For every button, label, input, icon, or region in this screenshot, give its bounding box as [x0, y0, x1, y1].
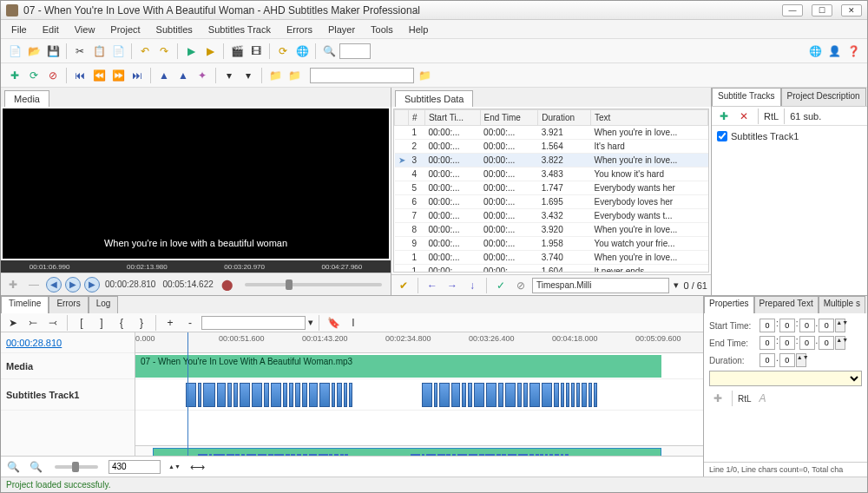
brace-r-icon[interactable]: }: [133, 314, 150, 332]
menu-errors[interactable]: Errors: [279, 22, 319, 37]
cursor-icon[interactable]: I: [345, 314, 362, 332]
bracket-l-icon[interactable]: [: [73, 314, 90, 332]
del-track-icon[interactable]: ✕: [735, 108, 753, 125]
volume-slider[interactable]: [245, 283, 382, 286]
zoom-slider[interactable]: [55, 465, 98, 469]
table-row[interactable]: 600:00:...00:00:...1.695Everybody loves …: [395, 195, 708, 209]
table-row[interactable]: 100:00:...00:00:...3.740When you're in l…: [395, 251, 708, 265]
format-combo[interactable]: Timespan.Milli: [532, 278, 669, 293]
combo1-icon[interactable]: ▾: [220, 67, 238, 84]
cut-icon[interactable]: ✂: [71, 43, 89, 60]
subtitle-block[interactable]: [462, 383, 466, 407]
tag-icon[interactable]: 🔖: [325, 314, 342, 332]
nav-next-icon[interactable]: →: [444, 277, 461, 294]
prev-fast-icon[interactable]: ⏮: [71, 67, 89, 84]
subtitle-block[interactable]: [289, 383, 293, 407]
prev-sub-button[interactable]: ◀: [46, 277, 62, 293]
timeline-current[interactable]: 00:00:28.810: [1, 332, 135, 353]
prev-icon[interactable]: ⏪: [90, 67, 108, 84]
folder1-icon[interactable]: 📁: [266, 67, 284, 84]
media-tab[interactable]: Media: [4, 90, 49, 107]
zoom-input[interactable]: [108, 460, 161, 474]
table-row[interactable]: 200:00:...00:00:...1.564It's hard: [395, 140, 708, 154]
tl-tab-log[interactable]: Log: [89, 296, 119, 313]
plus-icon[interactable]: +: [161, 314, 179, 332]
table-row[interactable]: 100:00:...00:00:...3.921When you're in l…: [395, 126, 708, 140]
new-icon[interactable]: 📄: [6, 43, 23, 60]
subtitle-block[interactable]: [349, 383, 352, 407]
rtl-label[interactable]: RtL: [764, 111, 779, 122]
subtitle-block[interactable]: [542, 383, 552, 407]
subtitle-block[interactable]: [498, 383, 503, 407]
selectstart-icon[interactable]: ⤙: [44, 314, 62, 332]
delete-icon[interactable]: ⊘: [44, 67, 62, 84]
menu-player[interactable]: Player: [321, 22, 362, 37]
media-icon[interactable]: 🎬: [228, 43, 246, 60]
table-row[interactable]: 800:00:...00:00:...3.920When you're in l…: [395, 223, 708, 237]
tl-tab-timeline[interactable]: Timeline: [1, 296, 49, 313]
subtitle-block[interactable]: [439, 383, 450, 407]
playhead[interactable]: [187, 332, 188, 456]
marker3-icon[interactable]: ✦: [194, 67, 211, 84]
subtitle-block[interactable]: [309, 383, 318, 407]
cancel-icon[interactable]: ⊘: [512, 277, 529, 294]
translate-icon[interactable]: 🌐: [293, 43, 311, 60]
zoom-up-icon[interactable]: ▲▼: [166, 458, 183, 476]
font-icon[interactable]: A: [754, 390, 772, 407]
export-icon[interactable]: ▶: [201, 43, 219, 60]
minimize-button[interactable]: —: [782, 4, 803, 16]
menu-file[interactable]: File: [4, 22, 34, 37]
nav-down-icon[interactable]: ↓: [464, 277, 481, 294]
subtitle-block[interactable]: [517, 383, 522, 407]
tracks-tab[interactable]: Subtitle Tracks: [712, 88, 781, 106]
subtitle-block[interactable]: [264, 383, 269, 407]
play-button[interactable]: ▶: [65, 277, 81, 293]
next-fast-icon[interactable]: ⏭: [128, 67, 146, 84]
subtitle-block[interactable]: [589, 383, 592, 407]
subtitle-block[interactable]: [529, 383, 540, 407]
subtitle-block[interactable]: [582, 383, 587, 407]
subtitle-block[interactable]: [523, 383, 528, 407]
menu-view[interactable]: View: [68, 22, 102, 37]
help-icon[interactable]: ❓: [845, 43, 862, 60]
subtitle-block[interactable]: [332, 383, 335, 407]
media2-icon[interactable]: 🎞: [247, 43, 265, 60]
menu-help[interactable]: Help: [402, 22, 436, 37]
selectend-icon[interactable]: ⤚: [24, 314, 42, 332]
subtitle-block[interactable]: [451, 383, 460, 407]
subtitle-block[interactable]: [594, 383, 597, 407]
table-row[interactable]: 700:00:...00:00:...3.432Everybody wants …: [395, 209, 708, 223]
video-ruler[interactable]: 00:01:06.99000:02:13.98000:03:20.97000:0…: [1, 260, 391, 273]
video-preview[interactable]: When you're in love with a beautiful wom…: [3, 108, 389, 259]
add-marker-icon[interactable]: ✚: [4, 276, 22, 293]
start-spinner[interactable]: ::.▲▼: [760, 319, 845, 332]
menu-subtitles[interactable]: Subtitles: [149, 22, 200, 37]
subtitle-block[interactable]: [198, 383, 201, 407]
subtitle-block[interactable]: [576, 383, 580, 407]
subtitle-block[interactable]: [468, 383, 472, 407]
subtitle-block[interactable]: [271, 383, 281, 407]
minus-icon[interactable]: -: [181, 314, 199, 332]
table-row[interactable]: 500:00:...00:00:...1.747Everybody wants …: [395, 181, 708, 195]
track-checkbox[interactable]: [717, 131, 727, 141]
subtitle-block[interactable]: [561, 383, 564, 407]
search-combo[interactable]: [339, 43, 371, 59]
col-header[interactable]: Text: [591, 110, 708, 126]
subtitle-block[interactable]: [217, 383, 226, 407]
add-track-icon[interactable]: ✚: [715, 108, 733, 125]
subtitle-block[interactable]: [344, 383, 347, 407]
subtitle-block[interactable]: [422, 383, 432, 407]
props-tab[interactable]: Multiple s: [819, 296, 865, 313]
subtitle-block[interactable]: [337, 383, 342, 407]
undo-icon[interactable]: ↶: [136, 43, 154, 60]
table-row[interactable]: 400:00:...00:00:...3.483You know it's ha…: [395, 168, 708, 181]
tl-tab-errors[interactable]: Errors: [49, 296, 88, 313]
add-sub-icon[interactable]: ✚: [6, 67, 23, 84]
apply-icon[interactable]: 📁: [416, 67, 433, 84]
end-spinner[interactable]: ::.▲▼: [760, 336, 845, 350]
col-header[interactable]: #: [409, 110, 425, 126]
del-marker-icon[interactable]: —: [25, 276, 43, 293]
props-tab[interactable]: Properties: [704, 296, 754, 313]
zoom-in-icon[interactable]: 🔍: [4, 458, 22, 476]
subtitle-block[interactable]: [474, 383, 484, 407]
